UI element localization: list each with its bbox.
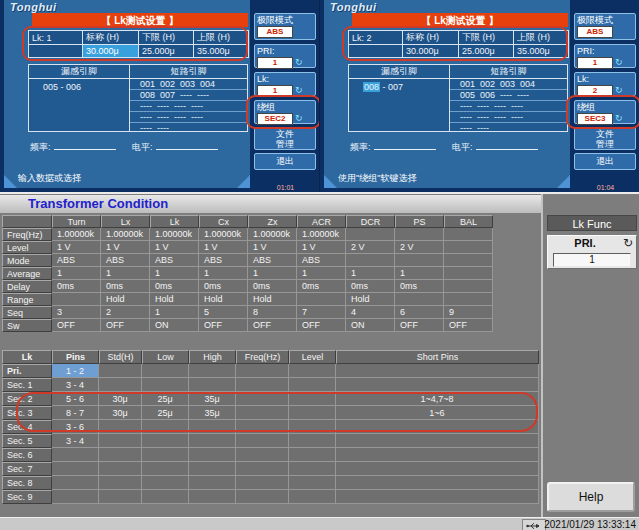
condition-cell[interactable]: 1.00000k [101, 228, 150, 241]
pins-cell[interactable]: 3 - 6 [52, 420, 99, 434]
freq-cell[interactable] [236, 378, 289, 392]
short-pins-row[interactable]: ---- ---- ---- ---- [130, 112, 247, 123]
level-field[interactable]: 电平: [452, 140, 538, 154]
std-cell[interactable] [99, 434, 142, 448]
nominal-value-cell[interactable]: 30.000μ [403, 45, 459, 58]
short-cell[interactable] [336, 462, 539, 476]
freq-cell[interactable] [236, 434, 289, 448]
condition-cell[interactable]: 1 V [297, 241, 346, 254]
condition-cell[interactable]: 1 [199, 267, 248, 280]
high-cell[interactable] [189, 490, 236, 504]
condition-cell[interactable]: Hold [199, 293, 248, 306]
condition-cell[interactable]: 2 [101, 306, 150, 319]
condition-cell[interactable]: Hold [248, 293, 297, 306]
condition-cell[interactable]: 1 [297, 267, 346, 280]
pins-cell[interactable]: 3 - 4 [52, 434, 99, 448]
high-cell[interactable] [189, 420, 236, 434]
short-cell[interactable] [336, 448, 539, 462]
condition-cell[interactable]: 0ms [395, 280, 444, 293]
condition-cell[interactable] [346, 228, 395, 241]
short-pins-row[interactable]: 001 002 003 004 [130, 79, 247, 90]
softkey-limit-mode[interactable]: 极限模式 ABS [254, 13, 316, 40]
condition-cell[interactable]: 6 [395, 306, 444, 319]
condition-cell[interactable]: ABS [101, 254, 150, 267]
freq-cell[interactable] [236, 476, 289, 490]
condition-cell[interactable]: 0ms [248, 280, 297, 293]
short-pins-row[interactable]: ---- ---- ---- ---- [130, 101, 247, 112]
condition-cell[interactable] [395, 228, 444, 241]
softkey-pri[interactable]: PRI: 1↻ [254, 44, 316, 68]
condition-cell[interactable]: ABS [52, 254, 101, 267]
condition-cell[interactable]: 8 [248, 306, 297, 319]
std-cell[interactable] [99, 420, 142, 434]
condition-cell[interactable] [444, 293, 493, 306]
short-pins-row[interactable]: 008 007 ---- ---- [130, 90, 247, 101]
short-cell[interactable] [336, 378, 539, 392]
freq-cell[interactable] [236, 420, 289, 434]
condition-cell[interactable] [395, 254, 444, 267]
high-cell[interactable] [189, 364, 236, 378]
high-value-cell[interactable]: 35.000μ [194, 45, 249, 58]
high-cell[interactable]: 35μ [189, 406, 236, 420]
freq-cell[interactable] [236, 364, 289, 378]
freq-cell[interactable] [236, 490, 289, 504]
condition-cell[interactable]: 2 V [395, 241, 444, 254]
condition-cell[interactable]: 4 [346, 306, 395, 319]
condition-cell[interactable]: 1 [150, 306, 199, 319]
condition-cell[interactable]: 1.00000k [199, 228, 248, 241]
softkey-exit[interactable]: 退出 [254, 153, 316, 170]
std-cell[interactable] [99, 476, 142, 490]
std-cell[interactable]: 30μ [99, 392, 142, 406]
freq-cell[interactable] [236, 406, 289, 420]
short-cell[interactable]: 1~4,7~8 [336, 392, 539, 406]
level-cell[interactable] [289, 462, 336, 476]
condition-cell[interactable]: 9 [444, 306, 493, 319]
freq-cell[interactable] [236, 448, 289, 462]
condition-cell[interactable] [444, 228, 493, 241]
softkey-file-manage[interactable]: 文件 管理 [574, 127, 636, 150]
pri-selector-value[interactable]: 1 [553, 253, 631, 267]
condition-cell[interactable] [444, 280, 493, 293]
condition-cell[interactable]: 5 [199, 306, 248, 319]
low-cell[interactable] [142, 448, 189, 462]
condition-cell[interactable]: 1 [395, 267, 444, 280]
condition-cell[interactable]: 0ms [150, 280, 199, 293]
level-cell[interactable] [289, 406, 336, 420]
condition-cell[interactable]: 1 [101, 267, 150, 280]
short-cell[interactable] [336, 420, 539, 434]
condition-cell[interactable]: 1.00000k [248, 228, 297, 241]
condition-cell[interactable] [297, 293, 346, 306]
std-cell[interactable] [99, 364, 142, 378]
condition-cell[interactable]: 1 [150, 267, 199, 280]
condition-cell[interactable]: 1 V [101, 241, 150, 254]
low-cell[interactable] [142, 490, 189, 504]
pins-cell[interactable] [52, 448, 99, 462]
softkey-pri[interactable]: PRI: 1↻ [574, 44, 636, 68]
condition-cell[interactable]: 1 V [150, 241, 199, 254]
condition-cell[interactable]: Hold [346, 293, 395, 306]
condition-cell[interactable]: ABS [297, 254, 346, 267]
high-cell[interactable]: 35μ [189, 392, 236, 406]
condition-cell[interactable] [346, 254, 395, 267]
condition-cell[interactable] [444, 241, 493, 254]
std-cell[interactable] [99, 378, 142, 392]
condition-cell[interactable]: OFF [297, 319, 346, 332]
high-value-cell[interactable]: 35.000μ [514, 45, 569, 58]
high-cell[interactable] [189, 378, 236, 392]
high-cell[interactable] [189, 448, 236, 462]
short-cell[interactable] [336, 476, 539, 490]
short-pins-row[interactable]: ---- ---- [130, 123, 247, 133]
pins-cell[interactable] [52, 490, 99, 504]
low-cell[interactable] [142, 420, 189, 434]
softkey-winding[interactable]: 绕组 SEC2↻ [254, 100, 316, 124]
low-cell[interactable]: 25μ [142, 406, 189, 420]
high-cell[interactable] [189, 434, 236, 448]
short-pins-row[interactable]: ---- ---- ---- ---- [450, 101, 567, 112]
condition-cell[interactable]: OFF [52, 319, 101, 332]
condition-cell[interactable]: 1.00000k [52, 228, 101, 241]
condition-cell[interactable]: ABS [150, 254, 199, 267]
condition-cell[interactable]: 1 V [52, 241, 101, 254]
short-cell[interactable] [336, 364, 539, 378]
condition-cell[interactable]: 0ms [346, 280, 395, 293]
condition-cell[interactable]: OFF [199, 319, 248, 332]
